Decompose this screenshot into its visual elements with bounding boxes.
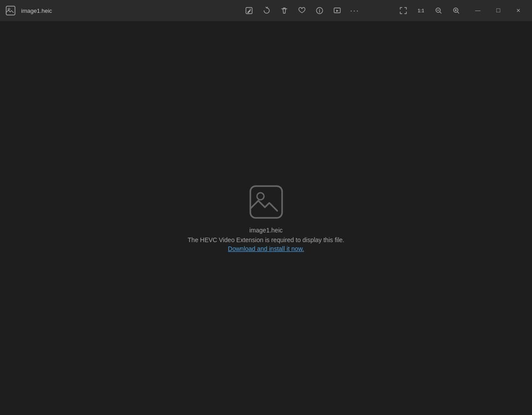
svg-point-8 [257,193,264,200]
edit-button[interactable] [241,3,257,19]
placeholder-icon [249,184,284,220]
favorite-button[interactable] [294,3,310,19]
toolbar-center: ··· [208,3,396,19]
app-icon [4,4,18,18]
info-button[interactable] [312,3,327,19]
error-message: The HEVC Video Extension is required to … [188,236,344,243]
window-title: image1.heic [21,7,208,14]
zoom-out-button[interactable] [431,3,446,19]
window-controls: — ☐ ✕ [468,4,528,18]
more-button[interactable]: ··· [347,3,363,19]
svg-rect-7 [250,186,282,218]
minimize-button[interactable]: — [468,4,488,18]
title-bar: image1.heic [0,0,532,21]
actual-size-button[interactable]: 1:1 [413,3,429,19]
file-name: image1.heic [249,227,283,234]
toolbar-right: 1:1 [395,3,464,19]
delete-button[interactable] [276,3,292,19]
main-content: image1.heic The HEVC Video Extension is … [0,21,532,415]
close-button[interactable]: ✕ [508,4,528,18]
rotate-button[interactable] [259,3,275,19]
slideshow-button[interactable] [329,3,345,19]
fullscreen-button[interactable] [395,3,411,19]
zoom-in-button[interactable] [448,3,464,19]
svg-rect-0 [6,6,15,15]
maximize-button[interactable]: ☐ [488,4,508,18]
download-link[interactable]: Download and install it now. [228,245,304,252]
svg-point-1 [8,8,10,10]
